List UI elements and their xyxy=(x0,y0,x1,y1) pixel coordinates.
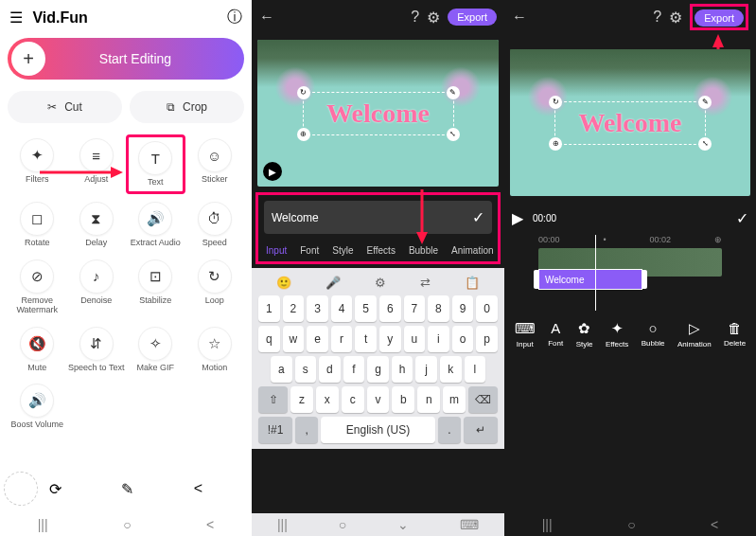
nav-recents[interactable]: ||| xyxy=(542,517,553,532)
key-r[interactable]: r xyxy=(331,326,353,352)
key-9[interactable]: 9 xyxy=(452,295,474,322)
tool-speech-to-text[interactable]: ⇵Speech to Text xyxy=(67,323,127,377)
tool-delay[interactable]: ⧗Delay xyxy=(67,198,127,252)
tool-boost-volume[interactable]: 🔊Boost Volume xyxy=(8,380,67,434)
tool-stabilize[interactable]: ⊡Stabilize xyxy=(126,256,185,319)
key-a[interactable]: a xyxy=(271,356,292,383)
key-v[interactable]: v xyxy=(367,386,390,413)
kb-gear-icon[interactable]: ⚙ xyxy=(375,276,386,290)
tool-extract-audio[interactable]: 🔊Extract Audio xyxy=(126,198,185,252)
handle-copy[interactable]: ⊕ xyxy=(297,128,310,141)
nav-home[interactable]: ○ xyxy=(339,517,346,532)
tool-motion[interactable]: ☆Motion xyxy=(185,323,245,377)
key-u[interactable]: u xyxy=(404,326,426,352)
key-enter[interactable]: ↵ xyxy=(464,417,498,443)
share-icon[interactable]: < xyxy=(194,480,202,497)
key-i[interactable]: i xyxy=(428,326,449,352)
key-g[interactable]: g xyxy=(367,356,389,383)
handle-resize[interactable]: ⤡ xyxy=(447,128,460,141)
key-n[interactable]: n xyxy=(417,386,440,413)
video-preview[interactable]: Welcome ↻ ✎ ⊕ ⤡ ▶ xyxy=(257,40,499,187)
nav-home[interactable]: ○ xyxy=(627,517,635,532)
crop-button[interactable]: ⧉Crop xyxy=(130,91,244,123)
menu-icon[interactable]: ☰ xyxy=(9,9,23,27)
key-j[interactable]: j xyxy=(415,356,437,383)
handle-edit[interactable]: ✎ xyxy=(698,96,712,109)
back-icon[interactable]: ← xyxy=(512,9,527,26)
handle-rotate[interactable]: ↻ xyxy=(549,96,562,109)
key-c[interactable]: c xyxy=(342,386,364,413)
key-5[interactable]: 5 xyxy=(355,295,377,322)
key-6[interactable]: 6 xyxy=(379,295,401,322)
wand-icon[interactable]: ✎ xyxy=(121,480,133,498)
text-clip[interactable]: Welcome xyxy=(538,269,642,290)
key-7[interactable]: 7 xyxy=(404,295,426,322)
key-b[interactable]: b xyxy=(392,386,414,413)
key-x[interactable]: x xyxy=(316,386,339,413)
key-d[interactable]: d xyxy=(319,356,341,383)
key-y[interactable]: y xyxy=(379,326,401,352)
tool-style[interactable]: ✿Style xyxy=(576,320,593,348)
tool-sticker[interactable]: ☺Sticker xyxy=(185,134,245,194)
tool-input[interactable]: ⌨Input xyxy=(515,320,536,348)
tab-font[interactable]: Font xyxy=(300,245,319,256)
tool-make-gif[interactable]: ✧Make GIF xyxy=(126,323,185,377)
tool-filters[interactable]: ✦Filters xyxy=(8,134,67,194)
key-8[interactable]: 8 xyxy=(428,295,449,322)
key-1[interactable]: 1 xyxy=(258,295,280,322)
tool-bubble[interactable]: ○Bubble xyxy=(642,320,665,348)
back-icon[interactable]: ← xyxy=(259,9,274,26)
key-w[interactable]: w xyxy=(283,326,305,352)
key-k[interactable]: k xyxy=(440,356,462,383)
play-button[interactable]: ▶ xyxy=(512,209,523,227)
confirm-icon[interactable]: ✓ xyxy=(465,201,492,234)
handle-copy[interactable]: ⊕ xyxy=(549,137,562,151)
tool-delete[interactable]: 🗑Delete xyxy=(724,320,746,348)
key-period[interactable]: . xyxy=(438,417,461,443)
key-backspace[interactable]: ⌫ xyxy=(468,386,498,413)
confirm-icon[interactable]: ✓ xyxy=(736,209,748,227)
key-3[interactable]: 3 xyxy=(307,295,328,322)
nav-back[interactable]: < xyxy=(206,517,214,532)
key-2[interactable]: 2 xyxy=(283,295,305,322)
nav-recents[interactable]: ||| xyxy=(277,517,288,532)
key-f[interactable]: f xyxy=(343,356,365,383)
tool-animation[interactable]: ▷Animation xyxy=(677,320,712,348)
translate-icon[interactable]: ⇄ xyxy=(420,276,431,290)
help-icon[interactable]: ? xyxy=(653,9,661,26)
gear-icon[interactable]: ⚙ xyxy=(427,9,440,27)
help-icon[interactable]: ? xyxy=(411,9,419,26)
key-space[interactable]: English (US) xyxy=(321,417,435,443)
key-0[interactable]: 0 xyxy=(476,295,498,322)
key-symbols[interactable]: !#1 xyxy=(258,417,292,443)
gear-icon[interactable]: ⚙ xyxy=(669,9,682,27)
tab-effects[interactable]: Effects xyxy=(367,245,396,256)
nav-back[interactable]: < xyxy=(711,517,718,532)
handle-resize[interactable]: ⤡ xyxy=(698,137,712,151)
key-l[interactable]: l xyxy=(465,356,486,383)
mic-icon[interactable]: 🎤 xyxy=(325,276,341,290)
tool-loop[interactable]: ↻Loop xyxy=(185,256,245,319)
tool-font[interactable]: AFont xyxy=(548,320,563,348)
scan-icon[interactable]: ⟳ xyxy=(49,480,62,498)
tool-denoise[interactable]: ♪Denoise xyxy=(67,256,127,319)
play-button[interactable]: ▶ xyxy=(263,162,282,181)
playhead[interactable] xyxy=(595,235,596,311)
key-h[interactable]: h xyxy=(392,356,413,383)
tab-bubble[interactable]: Bubble xyxy=(409,245,438,256)
clipboard-icon[interactable]: 📋 xyxy=(465,276,480,290)
tool-effects[interactable]: ✦Effects xyxy=(606,320,628,348)
start-editing-button[interactable]: + Start Editing xyxy=(8,38,244,80)
nav-recents[interactable]: ||| xyxy=(38,517,48,532)
help-icon[interactable]: ⓘ xyxy=(227,8,242,27)
handle-edit[interactable]: ✎ xyxy=(447,86,460,99)
text-input[interactable]: Welcome xyxy=(264,204,465,232)
nav-back[interactable]: ⌄ xyxy=(397,517,409,532)
video-preview[interactable]: Welcome ↻ ✎ ⊕ ⤡ xyxy=(510,49,750,196)
key-s[interactable]: s xyxy=(295,356,317,383)
tab-animation[interactable]: Animation xyxy=(451,245,493,256)
key-z[interactable]: z xyxy=(290,386,313,413)
key-t[interactable]: t xyxy=(355,326,377,352)
tab-style[interactable]: Style xyxy=(332,245,353,256)
tab-input[interactable]: Input xyxy=(266,245,287,256)
